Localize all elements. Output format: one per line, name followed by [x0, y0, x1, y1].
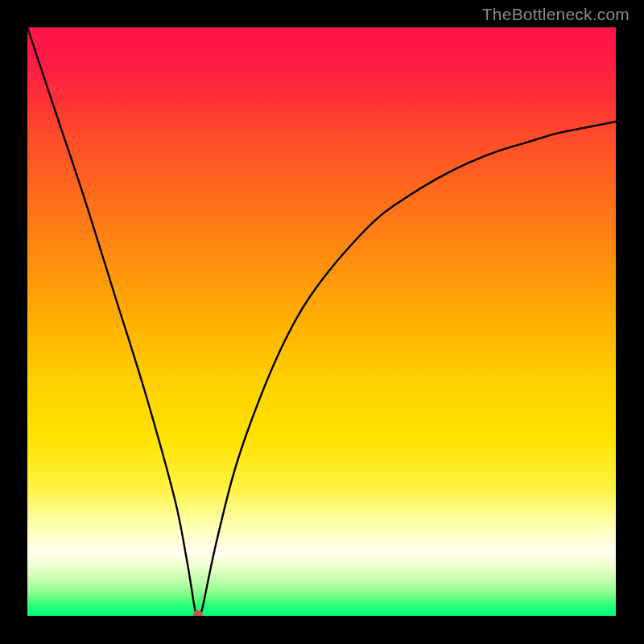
watermark-text: TheBottleneck.com — [482, 5, 630, 24]
gradient-background — [27, 27, 616, 616]
plot-area — [27, 27, 616, 616]
chart-frame: TheBottleneck.com — [0, 0, 644, 644]
